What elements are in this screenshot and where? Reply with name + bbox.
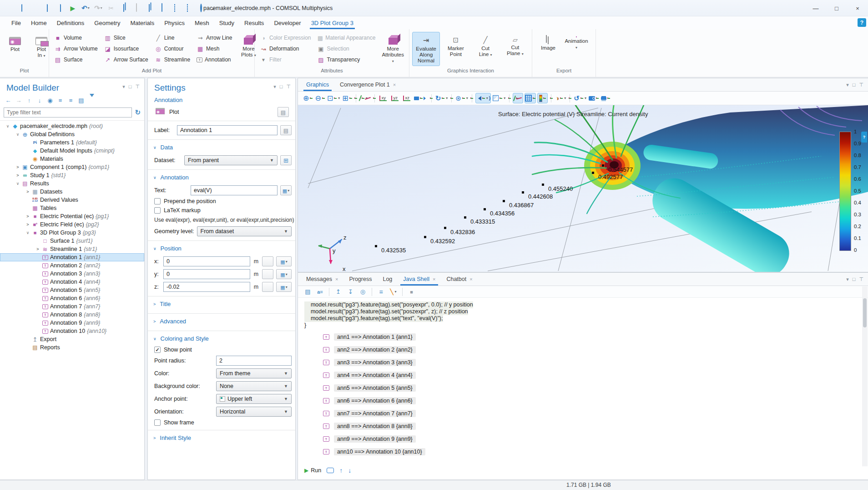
- qat-button[interactable]: ▾: [4, 3, 15, 14]
- tree-item[interactable]: Results: [0, 179, 144, 188]
- scroll-bottom-icon[interactable]: ▾: [345, 286, 356, 297]
- assign-icon[interactable]: ▾: [315, 286, 325, 297]
- ribbon-big-button[interactable]: MarkerPoint ▾: [442, 32, 469, 60]
- toolbar-button[interactable]: ↑: [25, 96, 34, 105]
- plot-button[interactable]: Plot: [169, 109, 179, 115]
- shell-tool[interactable]: ▾: [402, 288, 403, 296]
- toolbar-button[interactable]: →: [14, 96, 23, 105]
- toolbar-button[interactable]: [87, 96, 96, 105]
- qat-button[interactable]: ▾: [156, 3, 167, 14]
- ribbon-big-button[interactable]: CutLine ▾: [472, 32, 500, 60]
- go-to-xy-view-icon[interactable]: xy ▾: [378, 93, 389, 103]
- qat-button[interactable]: ▾: [16, 3, 27, 14]
- console-tab[interactable]: Chatbot ×: [441, 273, 478, 286]
- qat-button[interactable]: ▾: [55, 3, 66, 14]
- tree-item[interactable]: Tables: [0, 204, 144, 212]
- menu-tab[interactable]: Results: [239, 16, 269, 29]
- graphics-tool[interactable]: ▾: [570, 94, 570, 102]
- tree-item[interactable]: 3D Plot Group 3 {pg3}: [0, 229, 144, 237]
- y-position-input[interactable]: 0: [163, 269, 250, 279]
- rotate-view-icon[interactable]: ▾: [435, 93, 449, 103]
- section-header-inherit-style[interactable]: Inherit Style: [160, 434, 191, 441]
- annotation-label-input[interactable]: Annotation 1: [177, 125, 278, 135]
- section-header-coloring[interactable]: Coloring and Style: [161, 335, 209, 342]
- zoom-out-icon[interactable]: ▾: [314, 93, 325, 103]
- tree-item[interactable]: Annotation 1 {ann1}: [0, 253, 144, 261]
- tree-item[interactable]: Study 1 {std1}: [0, 171, 144, 179]
- history-down-icon[interactable]: ↓: [348, 467, 351, 474]
- x-unit-menu-button[interactable]: ▾: [276, 256, 292, 266]
- menu-tab[interactable]: Definitions: [52, 16, 90, 29]
- ribbon-item[interactable]: Contour: [152, 44, 192, 54]
- tree-expander[interactable]: [25, 189, 31, 194]
- chat-icon[interactable]: [327, 468, 334, 473]
- qat-button[interactable]: ▾: [80, 3, 91, 14]
- graphics-tool[interactable]: ▾: [472, 94, 472, 102]
- qat-button[interactable]: ▾: [182, 3, 193, 14]
- section-chevron[interactable]: ∨: [153, 337, 156, 341]
- qat-button[interactable]: ▾: [118, 3, 129, 14]
- section-chevron[interactable]: >: [153, 302, 156, 306]
- qat-button[interactable]: ▾: [67, 3, 78, 14]
- ribbon-item[interactable]: Slice: [102, 33, 151, 43]
- console-tab[interactable]: Log ×: [377, 273, 398, 286]
- zoom-box-icon[interactable]: ▾: [327, 93, 340, 103]
- console-tab[interactable]: Java Shell ×: [398, 273, 441, 286]
- transparency-toggle-icon[interactable]: ▾: [492, 93, 506, 103]
- show-point-checkbox[interactable]: [154, 347, 161, 353]
- text-options-button[interactable]: ▾: [280, 185, 292, 195]
- tree-expander[interactable]: [15, 173, 21, 178]
- tree-item[interactable]: Reports: [0, 343, 144, 352]
- section-chevron[interactable]: ∨: [153, 145, 156, 150]
- toolbar-button[interactable]: ←: [4, 96, 13, 105]
- ribbon-big-button[interactable]: Animation ▾: [563, 32, 590, 53]
- tree-item[interactable]: Component 1 (comp1) {comp1}: [0, 163, 144, 171]
- tree-item[interactable]: Annotation 8 {ann8}: [0, 311, 144, 319]
- graphics-tool[interactable]: ▾: [451, 94, 452, 102]
- panel-controls[interactable]: ▾□⊤: [122, 84, 140, 90]
- zoom-in-icon[interactable]: ▾: [303, 93, 313, 103]
- shell-tool[interactable]: ▾: [372, 288, 372, 296]
- ribbon-big-button[interactable]: Image ▾: [535, 32, 561, 53]
- color-select[interactable]: From theme▼: [216, 368, 292, 378]
- menu-tab[interactable]: Developer: [269, 16, 306, 29]
- ribbon-item[interactable]: Arrow Line: [194, 33, 234, 43]
- help-tab-button[interactable]: ?: [861, 132, 867, 143]
- splitter[interactable]: [296, 78, 298, 480]
- close-button[interactable]: ×: [847, 0, 868, 16]
- tree-expander[interactable]: [25, 214, 31, 219]
- panel-controls[interactable]: ▾□⊤: [846, 82, 863, 88]
- dataset-select[interactable]: From parent▼: [184, 155, 278, 165]
- menu-tab[interactable]: 3D Plot Group 3: [306, 16, 358, 29]
- go-to-xz-view-icon[interactable]: xz ▾: [402, 93, 412, 103]
- tree-item[interactable]: Materials: [0, 155, 144, 163]
- latex-markup-checkbox[interactable]: [154, 207, 161, 214]
- section-header-annotation[interactable]: Annotation: [161, 174, 189, 181]
- ribbon-big-button[interactable]: EvaluateAlong Normal ▾: [412, 32, 440, 66]
- snapshot-icon[interactable]: ▾: [588, 93, 599, 103]
- section-header-data[interactable]: Data: [161, 144, 173, 151]
- z-unit-menu-button[interactable]: ▾: [276, 282, 292, 292]
- graphics-tool[interactable]: ▾: [431, 94, 432, 102]
- run-button[interactable]: Run: [304, 467, 321, 474]
- shell-run-icon[interactable]: ▾: [303, 286, 313, 297]
- tree-item[interactable]: Parameters 1 {default}: [0, 138, 144, 147]
- qat-button[interactable]: ▾: [42, 3, 53, 14]
- close-icon[interactable]: ×: [433, 276, 435, 282]
- graphics-tool[interactable]: ▾: [551, 94, 551, 102]
- ribbon-item[interactable]: Selection: [315, 44, 378, 54]
- ribbon-item[interactable]: Surface: [52, 55, 100, 65]
- tree-expander[interactable]: [35, 247, 41, 251]
- close-icon[interactable]: ×: [393, 82, 396, 87]
- background-color-select[interactable]: None▼: [216, 381, 292, 391]
- section-header-position[interactable]: Position: [161, 245, 182, 252]
- close-icon[interactable]: ×: [335, 276, 338, 282]
- tree-item[interactable]: Annotation 9 {ann9}: [0, 319, 144, 327]
- tree-item[interactable]: Annotation 7 {ann7}: [0, 302, 144, 311]
- graphics-tab[interactable]: Convergence Plot 1 ×: [334, 78, 401, 91]
- tree-item[interactable]: Streamline 1 {str1}: [0, 245, 144, 253]
- splitter[interactable]: [145, 78, 147, 480]
- ribbon-item[interactable]: Line: [152, 33, 192, 43]
- section-chevron[interactable]: ∨: [153, 175, 156, 180]
- y-unit-menu-button[interactable]: ▾: [276, 269, 292, 279]
